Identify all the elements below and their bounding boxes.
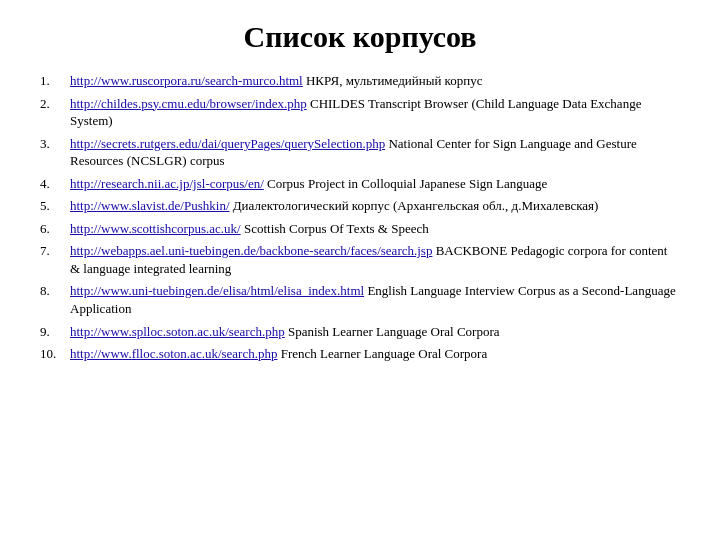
list-item: 2.http://childes.psy.cmu.edu/browser/ind… — [40, 95, 680, 130]
corpus-link[interactable]: http://research.nii.ac.jp/jsl-corpus/en/ — [70, 176, 264, 191]
item-content: http://www.splloc.soton.ac.uk/search.php… — [70, 323, 680, 341]
list-item: 7.http://webapps.ael.uni-tuebingen.de/ba… — [40, 242, 680, 277]
list-item: 6.http://www.scottishcorpus.ac.uk/ Scott… — [40, 220, 680, 238]
item-content: http://secrets.rutgers.edu/dai/queryPage… — [70, 135, 680, 170]
item-content: http://www.uni-tuebingen.de/elisa/html/e… — [70, 282, 680, 317]
page-title: Список корпусов — [40, 20, 680, 54]
item-content: http://www.flloc.soton.ac.uk/search.php … — [70, 345, 680, 363]
item-content: http://www.ruscorpora.ru/search-murco.ht… — [70, 72, 680, 90]
item-number: 6. — [40, 220, 70, 238]
corpus-link[interactable]: http://www.ruscorpora.ru/search-murco.ht… — [70, 73, 303, 88]
corpus-link[interactable]: http://secrets.rutgers.edu/dai/queryPage… — [70, 136, 385, 151]
item-content: http://www.scottishcorpus.ac.uk/ Scottis… — [70, 220, 680, 238]
item-content: http://childes.psy.cmu.edu/browser/index… — [70, 95, 680, 130]
item-number: 8. — [40, 282, 70, 317]
corpus-link[interactable]: http://childes.psy.cmu.edu/browser/index… — [70, 96, 307, 111]
item-number: 2. — [40, 95, 70, 130]
list-item: 8.http://www.uni-tuebingen.de/elisa/html… — [40, 282, 680, 317]
list-item: 5.http://www.slavist.de/Pushkin/ Диалект… — [40, 197, 680, 215]
item-content: http://webapps.ael.uni-tuebingen.de/back… — [70, 242, 680, 277]
list-item: 10.http://www.flloc.soton.ac.uk/search.p… — [40, 345, 680, 363]
corpus-link[interactable]: http://www.splloc.soton.ac.uk/search.php — [70, 324, 285, 339]
corpus-link[interactable]: http://www.scottishcorpus.ac.uk/ — [70, 221, 241, 236]
item-content: http://research.nii.ac.jp/jsl-corpus/en/… — [70, 175, 680, 193]
corpus-list: 1.http://www.ruscorpora.ru/search-murco.… — [40, 72, 680, 363]
item-number: 9. — [40, 323, 70, 341]
corpus-link[interactable]: http://webapps.ael.uni-tuebingen.de/back… — [70, 243, 432, 258]
item-number: 5. — [40, 197, 70, 215]
corpus-link[interactable]: http://www.slavist.de/Pushkin/ — [70, 198, 230, 213]
page: Список корпусов 1.http://www.ruscorpora.… — [0, 0, 720, 540]
item-number: 1. — [40, 72, 70, 90]
corpus-link[interactable]: http://www.uni-tuebingen.de/elisa/html/e… — [70, 283, 364, 298]
list-item: 9.http://www.splloc.soton.ac.uk/search.p… — [40, 323, 680, 341]
item-number: 10. — [40, 345, 70, 363]
item-number: 3. — [40, 135, 70, 170]
corpus-link[interactable]: http://www.flloc.soton.ac.uk/search.php — [70, 346, 277, 361]
list-item: 1.http://www.ruscorpora.ru/search-murco.… — [40, 72, 680, 90]
list-item: 4.http://research.nii.ac.jp/jsl-corpus/e… — [40, 175, 680, 193]
item-number: 7. — [40, 242, 70, 277]
item-number: 4. — [40, 175, 70, 193]
list-item: 3.http://secrets.rutgers.edu/dai/queryPa… — [40, 135, 680, 170]
item-content: http://www.slavist.de/Pushkin/ Диалектол… — [70, 197, 680, 215]
